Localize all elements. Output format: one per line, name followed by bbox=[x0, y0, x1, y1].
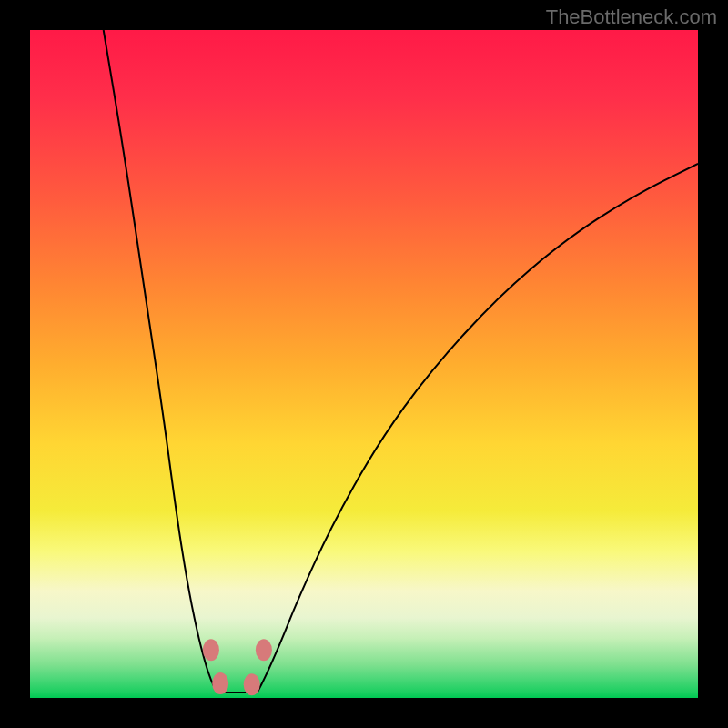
watermark: TheBottleneck.com bbox=[546, 5, 717, 29]
plot-area bbox=[30, 30, 698, 698]
curve-marker bbox=[256, 639, 272, 661]
curve-marker bbox=[212, 672, 228, 694]
curve-markers bbox=[203, 639, 272, 695]
curve-marker bbox=[203, 639, 219, 661]
curve-marker bbox=[244, 673, 260, 695]
curve-layer bbox=[30, 30, 698, 698]
bottleneck-curve bbox=[104, 30, 698, 693]
